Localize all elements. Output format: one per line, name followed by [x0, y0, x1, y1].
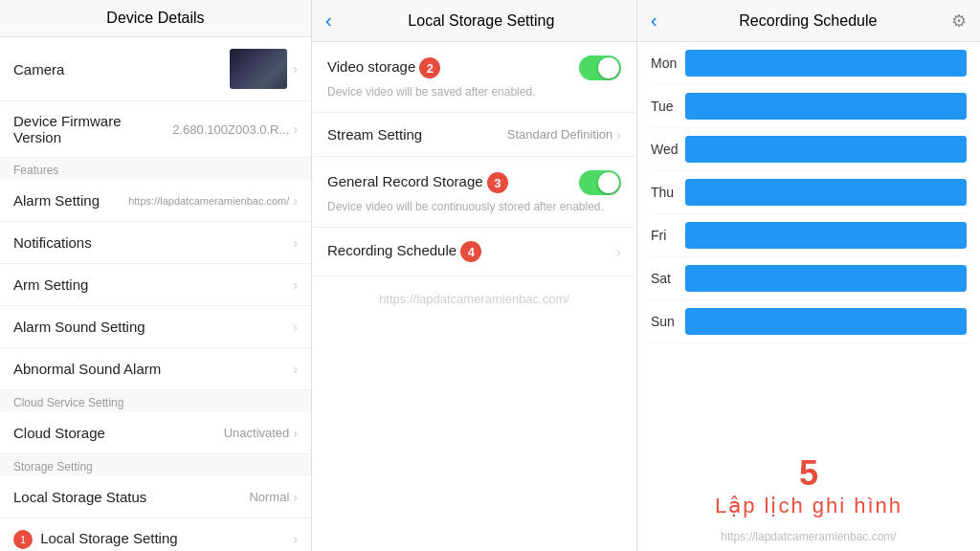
toggle-knob [598, 172, 619, 193]
storage-section-label: Storage Setting [0, 454, 311, 476]
alarm-setting-item[interactable]: Alarm Setting https://lapdatcameramienba… [0, 180, 311, 222]
alarm-sound-label: Alarm Sound Setting [13, 319, 145, 335]
chevron-icon: › [293, 235, 298, 251]
storage-settings-list: Video storage 2 Device video will be sav… [312, 42, 636, 551]
local-storage-panel: ‹ Local Storage Setting Video storage 2 … [312, 0, 637, 551]
schedule-bar-tue-container [685, 93, 967, 120]
settings-icon[interactable]: ⚙ [951, 11, 967, 32]
badge-4: 4 [460, 241, 481, 262]
schedule-bar-sun-container [685, 308, 967, 335]
abnormal-sound-value: › [293, 362, 298, 377]
alarm-sound-item[interactable]: Alarm Sound Setting › [0, 306, 311, 348]
chevron-icon: › [616, 127, 621, 143]
local-storage-title: Local Storage Setting [340, 12, 623, 30]
schedule-row-wed: Wed [651, 128, 967, 171]
schedule-watermark: https://lapdatcameramienbac.com/ [637, 522, 980, 551]
video-storage-item: Video storage 2 Device video will be sav… [312, 42, 636, 113]
schedule-row-sat: Sat [651, 257, 967, 300]
schedule-bar-fri-container [685, 222, 967, 249]
day-sun: Sun [651, 314, 685, 329]
general-record-item: General Record Storage 3 Device video wi… [312, 157, 636, 228]
recording-schedule-header: ‹ Recording Schedule ⚙ [637, 0, 980, 42]
stream-setting-row: Stream Setting Standard Definition › [327, 126, 621, 143]
day-mon: Mon [651, 55, 685, 71]
chevron-icon: › [293, 277, 298, 293]
schedule-bar-tue [685, 93, 967, 120]
schedule-annotation: 5 Lập lịch ghi hình [637, 444, 980, 522]
recording-schedule-row: Recording Schedule 4 › [327, 241, 621, 262]
schedule-row-thu: Thu [651, 171, 967, 214]
camera-label: Camera [13, 61, 64, 77]
chevron-icon: › [293, 121, 298, 137]
schedule-bar-sun [685, 308, 967, 335]
stream-setting-value: Standard Definition › [507, 127, 621, 143]
back-button[interactable]: ‹ [325, 10, 332, 32]
camera-item[interactable]: Camera › [0, 37, 311, 101]
schedule-row-mon: Mon [651, 42, 967, 85]
arm-setting-item[interactable]: Arm Setting › [0, 264, 311, 306]
general-record-row: General Record Storage 3 [327, 170, 621, 195]
chevron-icon: › [293, 426, 298, 441]
general-record-desc: Device video will be continuously stored… [327, 200, 621, 213]
abnormal-sound-label: Abnormal Sound Alarm [13, 361, 161, 377]
schedule-bar-wed [685, 136, 967, 163]
arm-setting-label: Arm Setting [13, 276, 88, 293]
firmware-value: 2.680.100Z003.0.R... › [172, 121, 298, 137]
toggle-knob [598, 57, 619, 78]
chevron-icon: › [293, 490, 298, 505]
chevron-icon: › [293, 61, 298, 77]
alarm-setting-value: https://lapdatcameramienbac.com/ › [128, 193, 298, 209]
badge-2: 2 [419, 57, 440, 78]
schedule-row-fri: Fri [651, 214, 967, 257]
local-storage-status-item[interactable]: Local Storage Status Normal › [0, 476, 311, 518]
recording-schedule-item[interactable]: Recording Schedule 4 › [312, 228, 636, 276]
chevron-icon: › [293, 362, 298, 377]
day-tue: Tue [651, 99, 685, 114]
general-record-toggle[interactable] [579, 170, 621, 195]
stream-setting-label: Stream Setting [327, 126, 422, 143]
schedule-row-sun: Sun [651, 300, 967, 343]
firmware-item[interactable]: Device Firmware Version 2.680.100Z003.0.… [0, 101, 311, 158]
cloud-storage-item[interactable]: Cloud Storage Unactivated › [0, 412, 311, 454]
local-storage-setting-item[interactable]: 1 Local Storage Setting › [0, 518, 311, 551]
local-storage-setting-label: 1 Local Storage Setting [13, 530, 178, 549]
schedule-bar-sat-container [685, 265, 967, 292]
arm-setting-value: › [293, 277, 298, 293]
schedule-bar-wed-container [685, 136, 967, 163]
schedule-bar-fri [685, 222, 967, 249]
device-details-list: Camera › Device Firmware Version 2.680.1… [0, 37, 311, 551]
local-storage-status-label: Local Storage Status [13, 489, 146, 505]
chevron-icon: › [293, 193, 298, 209]
schedule-bar-thu-container [685, 179, 967, 206]
general-record-label: General Record Storage 3 [327, 172, 514, 193]
notifications-item[interactable]: Notifications › [0, 222, 311, 264]
day-thu: Thu [651, 185, 685, 200]
day-sat: Sat [651, 271, 685, 286]
local-storage-nav: ‹ Local Storage Setting [312, 0, 636, 42]
badge-3: 3 [487, 172, 508, 193]
device-details-panel: Device Details Camera › Device Firmware … [0, 0, 312, 551]
alarm-setting-label: Alarm Setting [13, 192, 100, 209]
abnormal-sound-item[interactable]: Abnormal Sound Alarm › [0, 348, 311, 390]
annotation-number: 5 [637, 453, 980, 494]
day-wed: Wed [651, 142, 685, 157]
firmware-label: Device Firmware Version [13, 113, 172, 145]
chevron-icon: › [293, 532, 298, 547]
local-storage-status-value: Normal › [249, 490, 298, 505]
cloud-storage-label: Cloud Storage [13, 425, 105, 441]
recording-schedule-value: › [616, 244, 621, 259]
video-storage-desc: Device video will be saved after enabled… [327, 85, 621, 99]
badge-1: 1 [13, 530, 33, 549]
schedule-days-list: Mon Tue Wed Thu Fri [637, 42, 980, 444]
video-storage-toggle[interactable] [579, 55, 621, 80]
back-button[interactable]: ‹ [651, 10, 657, 32]
cloud-section-label: Cloud Service Setting [0, 390, 311, 412]
schedule-bar-mon-container [685, 50, 967, 77]
chevron-icon: › [293, 320, 298, 335]
stream-setting-item[interactable]: Stream Setting Standard Definition › [312, 113, 636, 157]
camera-thumbnail [230, 49, 287, 89]
recording-schedule-label: Recording Schedule 4 [327, 241, 487, 262]
device-details-title: Device Details [0, 0, 311, 37]
day-fri: Fri [651, 228, 685, 243]
schedule-bar-thu [685, 179, 967, 206]
